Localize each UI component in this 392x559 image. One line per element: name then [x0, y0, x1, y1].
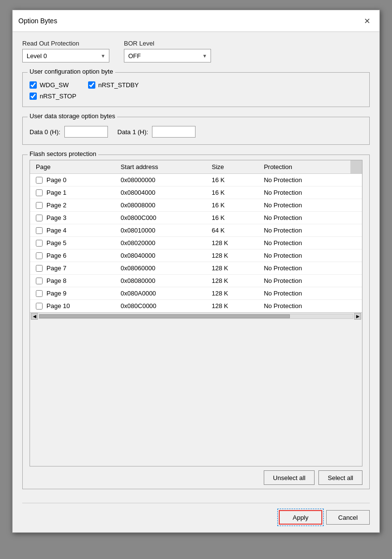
- table-row: Page 10 0x080C0000 128 K No Protection: [30, 300, 362, 312]
- flash-table: Page Start address Size Protection Page …: [30, 160, 362, 312]
- protection-cell: No Protection: [258, 224, 350, 237]
- page-cell: Page 6: [30, 249, 115, 262]
- data1-input[interactable]: [152, 126, 196, 138]
- select-all-button[interactable]: Select all: [318, 470, 362, 485]
- checkbox-row-2: nRST_STOP: [30, 93, 362, 100]
- data0-label: Data 0 (H):: [30, 128, 60, 136]
- page-name: Page 7: [46, 264, 66, 272]
- size-cell: 16 K: [206, 199, 258, 212]
- bor-level-group: BOR Level OFF 1.8V 2.1V 2.4V 2.7V ▼: [124, 40, 211, 62]
- row-checkbox-5[interactable]: [36, 240, 43, 247]
- table-row: Page 5 0x08020000 128 K No Protection: [30, 237, 362, 249]
- page-cell: Page 7: [30, 262, 115, 274]
- dialog-title: Option Bytes: [18, 17, 57, 25]
- flash-protection-group: Flash sectors protection Page Start addr…: [22, 155, 370, 489]
- address-cell: 0x080A0000: [115, 287, 206, 300]
- row-checkbox-3[interactable]: [36, 215, 43, 221]
- size-cell: 128 K: [206, 237, 258, 249]
- table-row: Page 4 0x08010000 64 K No Protection: [30, 224, 362, 237]
- scroll-thumb[interactable]: [39, 314, 290, 318]
- wdg-sw-checkbox-item[interactable]: WDG_SW: [30, 81, 69, 89]
- size-cell: 128 K: [206, 275, 258, 287]
- row-checkbox-1[interactable]: [36, 189, 43, 196]
- table-row: Page 9 0x080A0000 128 K No Protection: [30, 287, 362, 300]
- page-name: Page 1: [46, 189, 66, 196]
- page-cell: Page 1: [30, 186, 115, 199]
- row-checkbox-0[interactable]: [36, 177, 43, 184]
- page-cell: Page 3: [30, 212, 115, 224]
- row-checkbox-2[interactable]: [36, 202, 43, 209]
- page-cell: Page 0: [30, 174, 115, 186]
- table-row: Page 1 0x08004000 16 K No Protection: [30, 186, 362, 199]
- nrst-stdby-checkbox-item[interactable]: nRST_STDBY: [88, 81, 139, 89]
- address-cell: 0x08040000: [115, 249, 206, 262]
- size-cell: 16 K: [206, 186, 258, 199]
- page-name: Page 4: [46, 227, 66, 234]
- row-checkbox-7[interactable]: [36, 265, 43, 272]
- wdg-sw-checkbox[interactable]: [30, 81, 37, 89]
- read-out-protection-select[interactable]: Level 0 Level 1 Level 2: [22, 49, 109, 62]
- table-row: Page 0 0x08000000 16 K No Protection: [30, 174, 362, 186]
- protection-cell: No Protection: [258, 262, 350, 275]
- scroll-right-arrow-icon[interactable]: ▶: [354, 313, 361, 320]
- row-checkbox-8[interactable]: [36, 278, 43, 284]
- unselect-all-button[interactable]: Unselect all: [264, 470, 315, 485]
- select-buttons-row: Unselect all Select all: [30, 470, 362, 485]
- footer-separator: [22, 503, 370, 503]
- protection-cell: No Protection: [258, 237, 350, 249]
- row-checkbox-6[interactable]: [36, 252, 43, 259]
- address-cell: 0x08000000: [115, 174, 206, 186]
- checkbox-row-1: WDG_SW nRST_STDBY: [30, 81, 362, 89]
- size-cell: 128 K: [206, 249, 258, 262]
- read-out-protection-wrapper: Level 0 Level 1 Level 2 ▼: [22, 49, 109, 62]
- row-checkbox-4[interactable]: [36, 227, 43, 234]
- col-scrollbar: [350, 160, 362, 174]
- table-row: Page 2 0x08008000 16 K No Protection: [30, 199, 362, 212]
- bor-level-select[interactable]: OFF 1.8V 2.1V 2.4V 2.7V: [124, 49, 211, 62]
- page-name: Page 6: [46, 252, 66, 259]
- cancel-button[interactable]: Cancel: [326, 510, 370, 525]
- address-cell: 0x08020000: [115, 237, 206, 249]
- protection-cell: No Protection: [258, 300, 350, 312]
- page-cell: Page 4: [30, 224, 115, 236]
- footer-buttons-row: Apply Cancel: [22, 510, 370, 525]
- nrst-stdby-checkbox[interactable]: [88, 81, 95, 89]
- flash-table-scroll[interactable]: Page Start address Size Protection Page …: [30, 160, 362, 312]
- data0-input[interactable]: [64, 126, 108, 138]
- flash-table-body: Page 0 0x08000000 16 K No Protection Pag…: [30, 174, 362, 312]
- nrst-stop-checkbox-item[interactable]: nRST_STOP: [30, 93, 76, 100]
- page-cell: Page 10: [30, 300, 115, 312]
- read-out-protection-group: Read Out Protection Level 0 Level 1 Leve…: [22, 40, 109, 62]
- page-name: Page 5: [46, 239, 66, 247]
- row-checkbox-9[interactable]: [36, 290, 43, 297]
- row-checkbox-10[interactable]: [36, 303, 43, 310]
- protection-cell: No Protection: [258, 212, 350, 224]
- scroll-left-arrow-icon[interactable]: ◀: [31, 313, 38, 320]
- size-cell: 128 K: [206, 262, 258, 275]
- protection-cell: No Protection: [258, 287, 350, 300]
- data-fields-row: Data 0 (H): Data 1 (H):: [30, 126, 362, 138]
- col-page: Page: [30, 160, 115, 174]
- horizontal-scrollbar[interactable]: ◀ ▶: [30, 312, 362, 319]
- data1-label: Data 1 (H):: [118, 128, 149, 136]
- protection-cell: No Protection: [258, 275, 350, 287]
- flash-table-container: Page Start address Size Protection Page …: [30, 160, 362, 466]
- user-data-group: User data storage option bytes Data 0 (H…: [22, 117, 370, 145]
- close-button[interactable]: ✕: [360, 14, 374, 28]
- scroll-track[interactable]: [39, 314, 353, 319]
- address-cell: 0x08010000: [115, 224, 206, 237]
- title-bar: Option Bytes ✕: [13, 10, 379, 32]
- size-cell: 16 K: [206, 212, 258, 224]
- size-cell: 128 K: [206, 300, 258, 312]
- page-cell: Page 9: [30, 287, 115, 299]
- user-data-legend: User data storage option bytes: [28, 112, 117, 120]
- bor-level-label: BOR Level: [124, 40, 211, 47]
- apply-button[interactable]: Apply: [279, 510, 322, 525]
- size-cell: 16 K: [206, 174, 258, 186]
- table-header-row: Page Start address Size Protection: [30, 160, 362, 174]
- nrst-stop-checkbox[interactable]: [30, 93, 37, 100]
- wdg-sw-label: WDG_SW: [40, 81, 69, 89]
- protection-cell: No Protection: [258, 249, 350, 262]
- page-name: Page 3: [46, 214, 66, 221]
- option-bytes-dialog: Option Bytes ✕ Read Out Protection Level…: [12, 10, 380, 533]
